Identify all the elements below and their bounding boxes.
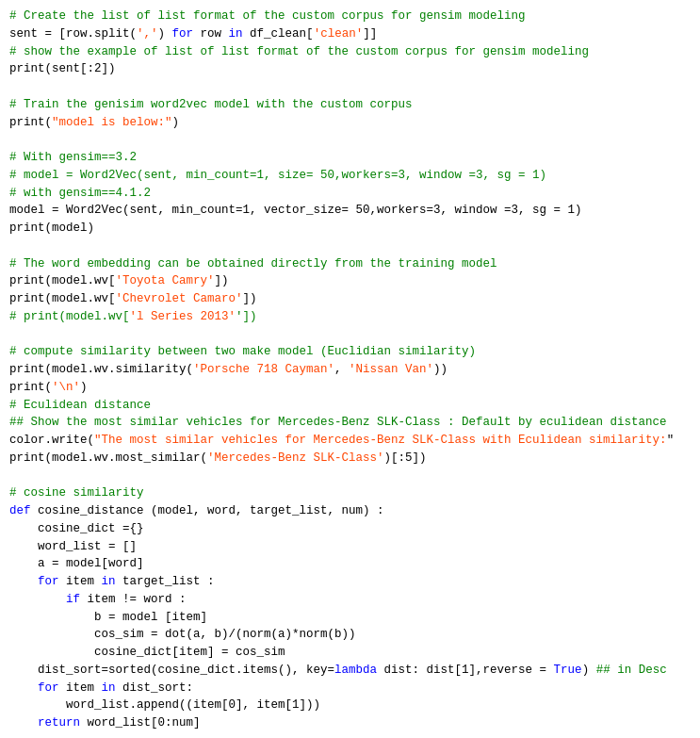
code-line: for item in target_list :	[9, 573, 691, 591]
code-line: print("model is below:")	[9, 114, 691, 132]
code-editor: # Create the list of list format of the …	[0, 0, 700, 738]
code-line: print(model.wv.similarity('Porsche 718 C…	[9, 361, 691, 379]
code-line: # The word embedding can be obtained dir…	[9, 255, 691, 273]
code-line: # Create the list of list format of the …	[9, 8, 691, 25]
code-line: # with gensim==4.1.2	[9, 185, 691, 203]
code-line: print(model.wv['Chevrolet Camaro'])	[9, 290, 691, 308]
code-line	[9, 467, 691, 485]
code-content: # Create the list of list format of the …	[9, 8, 691, 738]
code-line	[9, 78, 691, 96]
code-line: word_list.append((item[0], item[1]))	[9, 697, 691, 714]
code-line: # model = Word2Vec(sent, min_count=1, si…	[9, 167, 691, 185]
code-line: word_list = []	[9, 538, 691, 556]
code-line: print(sent[:2])	[9, 60, 691, 78]
code-line: print('\n')	[9, 379, 691, 397]
code-line: model = Word2Vec(sent, min_count=1, vect…	[9, 202, 691, 220]
code-line	[9, 326, 691, 344]
code-line: return word_list[0:num]	[9, 714, 691, 732]
code-line: cos_sim = dot(a, b)/(norm(a)*norm(b))	[9, 626, 691, 644]
code-line: def cosine_distance (model, word, target…	[9, 502, 691, 520]
code-line: # With gensim==3.2	[9, 149, 691, 167]
code-line: sent = [row.split(',') for row in df_cle…	[9, 25, 691, 43]
code-line: # show the example of list of list forma…	[9, 43, 691, 61]
code-line: print(model)	[9, 220, 691, 238]
code-line: ## Show the most similar vehicles for Me…	[9, 414, 691, 432]
code-line: # Train the genisim word2vec model with …	[9, 96, 691, 114]
code-line: # cosine similarity	[9, 484, 691, 502]
code-line: cosine_dict[item] = cos_sim	[9, 644, 691, 662]
code-line	[9, 732, 691, 738]
code-line: cosine_dict ={}	[9, 520, 691, 538]
code-line	[9, 238, 691, 255]
code-line: color.write("The most similar vehicles f…	[9, 432, 691, 450]
code-line: b = model [item]	[9, 609, 691, 627]
code-line: if item != word :	[9, 591, 691, 609]
code-line: print(model.wv['Toyota Camry'])	[9, 272, 691, 290]
code-line: # compute similarity between two make mo…	[9, 343, 691, 361]
code-line	[9, 131, 691, 149]
code-line: dist_sort=sorted(cosine_dict.items(), ke…	[9, 662, 691, 680]
code-line: for item in dist_sort:	[9, 680, 691, 697]
code-line: print(model.wv.most_similar('Mercedes-Be…	[9, 450, 691, 467]
code-line: # Eculidean distance	[9, 397, 691, 415]
code-line: a = model[word]	[9, 555, 691, 573]
code-line: # print(model.wv['l Series 2013''])	[9, 308, 691, 326]
